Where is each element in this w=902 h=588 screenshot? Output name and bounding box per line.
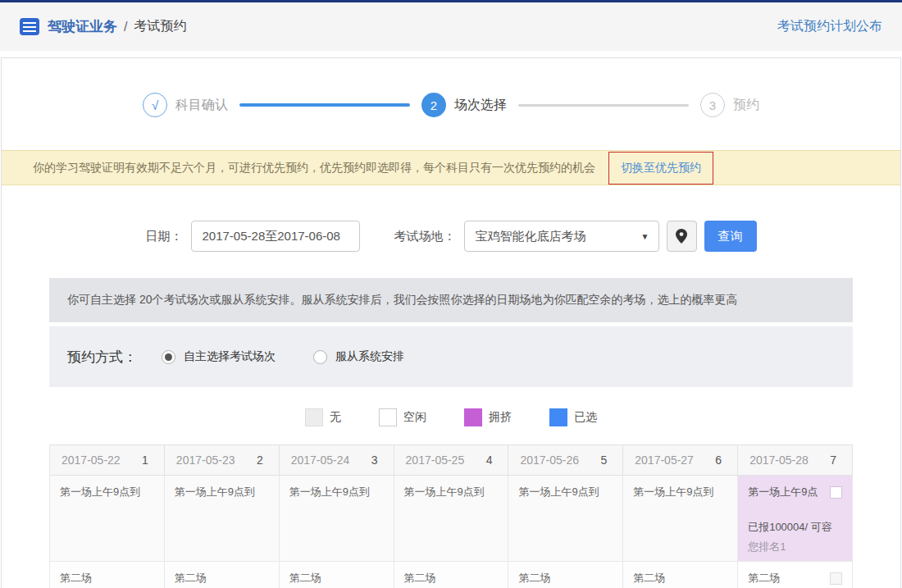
breadcrumb-separator: / (124, 20, 127, 34)
session-schedule-table: 2017-05-221 2017-05-232 2017-05-243 2017… (49, 444, 853, 588)
page-header: 驾驶证业务 / 考试预约 考试预约计划公布 (0, 2, 902, 51)
status-legend: 无 空闲 拥挤 已选 (2, 387, 900, 444)
radio-system-arrange-label: 服从系统安排 (335, 349, 404, 364)
session-cell[interactable]: 第二场 (50, 562, 165, 588)
date-range-input[interactable] (191, 221, 360, 252)
main-panel: √ 科目确认 2 场次选择 3 预约 你的学习驾驶证明有效期不足六个月，可进行优… (1, 57, 901, 588)
session-cell-unavailable[interactable]: 第一场上午9点到 (623, 476, 738, 562)
legend-selected-swatch (549, 408, 567, 426)
date-label: 日期： (146, 229, 183, 244)
crowded-session-rank: 您排名1 (748, 540, 842, 554)
exam-plan-link[interactable]: 考试预约计划公布 (777, 18, 882, 35)
date-column-header: 2017-05-276 (623, 445, 738, 476)
step-session-select: 2 场次选择 (421, 93, 700, 117)
priority-notice-bar: 你的学习驾驶证明有效期不足六个月，可进行优先预约，优先预约即选即得，每个科目只有… (2, 150, 900, 185)
legend-none-swatch (305, 408, 323, 426)
date-column-header: 2017-05-287 (738, 445, 853, 476)
date-column-header: 2017-05-254 (394, 445, 509, 476)
session-cell-unavailable[interactable]: 第一场上午9点到 (280, 476, 394, 562)
legend-crowded: 拥挤 (464, 408, 512, 426)
step-reserve: 3 预约 (700, 93, 759, 117)
location-pin-icon (676, 229, 687, 244)
legend-crowded-swatch (464, 408, 482, 426)
step-connector-pending (518, 104, 689, 107)
session2-row: 第二场 第二场 第二场 第二场 第二场 第二场 第二场 (50, 562, 853, 588)
step1-label: 科目确认 (175, 97, 228, 114)
legend-free: 空闲 (379, 408, 426, 426)
date-column-header: 2017-05-221 (50, 445, 165, 476)
venue-selected-value: 宝鸡智能化底店考场 (476, 229, 586, 244)
session-cell-free[interactable]: 第二场 (738, 562, 853, 588)
session-cell-unavailable[interactable]: 第一场上午9点到 (394, 476, 509, 562)
session-cell[interactable]: 第二场 (394, 562, 509, 588)
crowded-session-stats: 已报100004/ 可容 (748, 520, 842, 535)
session-checkbox[interactable] (830, 572, 842, 585)
step-subject-confirm: √ 科目确认 (143, 93, 421, 117)
radio-system-arrange[interactable] (313, 350, 327, 364)
option-system-arrange[interactable]: 服从系统安排 (313, 349, 404, 364)
map-location-button[interactable] (667, 221, 697, 252)
session1-row: 第一场上午9点到 第一场上午9点到 第一场上午9点到 第一场上午9点到 第一场上… (50, 476, 853, 562)
step3-number: 3 (700, 93, 725, 117)
step1-check-icon: √ (143, 93, 167, 117)
legend-selected: 已选 (549, 408, 597, 426)
session-cell-unavailable[interactable]: 第一场上午9点到 (50, 476, 165, 562)
session-cell[interactable]: 第二场 (623, 562, 738, 588)
session-checkbox[interactable] (830, 486, 842, 499)
booking-method-options: 自主选择考试场次 服从系统安排 (162, 349, 442, 364)
step2-number: 2 (421, 93, 446, 117)
license-service-icon (20, 18, 39, 35)
step3-label: 预约 (733, 97, 759, 114)
date-column-header: 2017-05-243 (280, 445, 394, 476)
switch-priority-link[interactable]: 切换至优先预约 (608, 152, 713, 185)
session-cell[interactable]: 第二场 (165, 562, 280, 588)
breadcrumb-root[interactable]: 驾驶证业务 (48, 17, 117, 36)
session-cell-unavailable[interactable]: 第一场上午9点到 (165, 476, 280, 562)
session-cell-crowded[interactable]: 第一场上午9点 已报100004/ 可容 您排名1 (738, 476, 853, 562)
session-cell[interactable]: 第二场 (280, 562, 394, 588)
step2-label: 场次选择 (454, 97, 507, 114)
crowded-session-label: 第一场上午9点 (748, 485, 818, 499)
progress-stepper: √ 科目确认 2 场次选择 3 预约 (2, 58, 900, 150)
session-cell-unavailable[interactable]: 第一场上午9点到 (508, 476, 623, 562)
priority-notice-text: 你的学习驾驶证明有效期不足六个月，可进行优先预约，优先预约即选即得，每个科目只有… (33, 161, 595, 175)
venue-label: 考试场地： (394, 229, 456, 244)
search-button[interactable]: 查询 (704, 221, 757, 252)
legend-free-swatch (379, 408, 397, 426)
date-column-header: 2017-05-265 (508, 445, 623, 476)
chevron-down-icon: ▼ (641, 232, 649, 241)
system-notice-bar: 你可自主选择 20个考试场次或服从系统安排。服从系统安排后，我们会按照你选择的日… (49, 278, 853, 322)
step-connector-done (239, 103, 410, 107)
schedule-header-row: 2017-05-221 2017-05-232 2017-05-243 2017… (50, 444, 853, 476)
radio-self-select-label: 自主选择考试场次 (184, 349, 276, 364)
booking-method-label: 预约方式： (67, 348, 137, 367)
breadcrumb-current: 考试预约 (134, 18, 186, 35)
radio-self-select[interactable] (162, 350, 175, 364)
option-self-select[interactable]: 自主选择考试场次 (162, 349, 276, 364)
date-column-header: 2017-05-232 (165, 445, 280, 476)
filter-row: 日期： 考试场地： 宝鸡智能化底店考场 ▼ 查询 (2, 185, 900, 278)
booking-method-row: 预约方式： 自主选择考试场次 服从系统安排 (49, 326, 853, 387)
venue-select[interactable]: 宝鸡智能化底店考场 ▼ (464, 221, 659, 252)
legend-none: 无 (305, 408, 341, 426)
session-cell[interactable]: 第二场 (508, 562, 623, 588)
